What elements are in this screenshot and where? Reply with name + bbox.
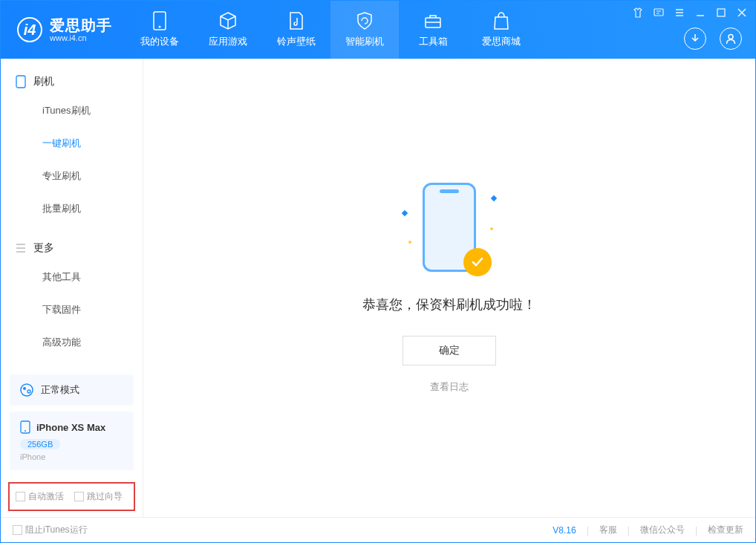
brand-url: www.i4.cn: [50, 33, 112, 42]
nav-ringtones[interactable]: 铃声壁纸: [262, 1, 330, 59]
brand-name: 爱思助手: [50, 17, 112, 33]
svg-point-7: [21, 384, 33, 396]
nav-toolbox[interactable]: 工具箱: [399, 1, 467, 59]
maximize-icon[interactable]: [715, 7, 727, 19]
music-file-icon: [287, 11, 306, 30]
sidebar-item-pro[interactable]: 专业刷机: [1, 160, 143, 192]
bag-icon: [492, 11, 511, 30]
shield-refresh-icon: [355, 11, 374, 30]
svg-point-11: [25, 430, 26, 432]
toolbox-icon: [423, 11, 443, 30]
app-window: i4 爱思助手 www.i4.cn 我的设备 应用游戏 铃声壁纸 智能刷机: [0, 0, 756, 543]
checkbox-skip-guide[interactable]: 跳过向导: [74, 490, 123, 503]
dot-icon: [408, 241, 411, 244]
check-badge-icon: [463, 248, 492, 276]
mode-box[interactable]: 正常模式: [10, 374, 134, 406]
support-link[interactable]: 客服: [599, 524, 617, 536]
header: i4 爱思助手 www.i4.cn 我的设备 应用游戏 铃声壁纸 智能刷机: [1, 1, 755, 59]
sidebar-item-batch[interactable]: 批量刷机: [1, 192, 143, 225]
wechat-link[interactable]: 微信公众号: [640, 524, 685, 536]
svg-point-9: [27, 390, 30, 393]
svg-point-8: [23, 387, 26, 390]
nav-label: 智能刷机: [345, 35, 384, 48]
list-icon: [16, 243, 26, 253]
device-type: iPhone: [20, 452, 123, 461]
window-controls: [632, 7, 748, 19]
sparkle-icon: [402, 209, 408, 215]
nav-label: 爱思商城: [482, 35, 521, 48]
minimize-icon[interactable]: [694, 7, 706, 19]
svg-point-5: [729, 35, 733, 39]
nav-store[interactable]: 爱思商城: [467, 1, 535, 59]
svg-rect-4: [717, 9, 725, 16]
success-message: 恭喜您，保资料刷机成功啦！: [362, 296, 536, 313]
section-label: 刷机: [33, 75, 54, 88]
nav-label: 工具箱: [419, 35, 448, 48]
header-actions: [684, 27, 742, 50]
svg-rect-6: [16, 76, 25, 88]
cube-icon: [218, 11, 238, 30]
sidebar-item-download-fw[interactable]: 下载固件: [1, 293, 143, 326]
sidebar-section-flash: 刷机: [1, 69, 143, 94]
sparkle-icon: [491, 195, 497, 201]
mode-icon: [20, 383, 33, 397]
feedback-icon[interactable]: [653, 7, 665, 19]
nav-label: 我的设备: [140, 35, 179, 48]
sidebar-item-oneclick[interactable]: 一键刷机: [1, 127, 143, 160]
options-highlighted: 自动激活 跳过向导: [8, 482, 135, 511]
logo-icon: i4: [17, 17, 42, 42]
phone-outline-icon: [16, 75, 26, 88]
nav-label: 应用游戏: [209, 35, 247, 48]
top-nav: 我的设备 应用游戏 铃声壁纸 智能刷机 工具箱 爱思商城: [126, 1, 535, 59]
device-capacity: 256GB: [20, 439, 60, 449]
shirt-icon[interactable]: [632, 7, 644, 19]
svg-rect-3: [654, 9, 663, 16]
mode-label: 正常模式: [41, 383, 79, 397]
main-content: 恭喜您，保资料刷机成功啦！ 确定 查看日志: [143, 59, 755, 517]
section-label: 更多: [33, 241, 54, 255]
phone-icon: [150, 11, 169, 30]
sidebar-item-advanced[interactable]: 高级功能: [1, 326, 143, 359]
close-icon[interactable]: [736, 7, 748, 19]
device-name-text: iPhone XS Max: [36, 422, 105, 433]
nav-apps-games[interactable]: 应用游戏: [194, 1, 262, 59]
body: 刷机 iTunes刷机 一键刷机 专业刷机 批量刷机 更多 其他工具 下载固件 …: [1, 59, 755, 517]
device-box[interactable]: iPhone XS Max 256GB iPhone: [10, 412, 134, 470]
user-button[interactable]: [720, 27, 742, 50]
svg-point-1: [159, 26, 161, 28]
dot-icon: [490, 227, 493, 230]
ok-button[interactable]: 确定: [403, 336, 496, 365]
check-update-link[interactable]: 检查更新: [708, 524, 743, 536]
footer: 阻止iTunes运行 V8.16 | 客服 | 微信公众号 | 检查更新: [1, 517, 755, 542]
nav-label: 铃声壁纸: [277, 35, 316, 48]
version-text: V8.16: [553, 525, 576, 536]
view-log-link[interactable]: 查看日志: [430, 380, 469, 394]
device-icon: [20, 420, 30, 434]
logo: i4 爱思助手 www.i4.cn: [1, 17, 126, 42]
sidebar-section-more: 更多: [1, 235, 143, 261]
checkbox-block-itunes[interactable]: 阻止iTunes运行: [13, 524, 88, 536]
checkbox-auto-activate[interactable]: 自动激活: [16, 490, 64, 503]
menu-icon[interactable]: [674, 7, 685, 19]
sidebar: 刷机 iTunes刷机 一键刷机 专业刷机 批量刷机 更多 其他工具 下载固件 …: [1, 59, 143, 517]
sidebar-item-other-tools[interactable]: 其他工具: [1, 261, 143, 293]
download-button[interactable]: [684, 27, 706, 50]
sidebar-item-itunes[interactable]: iTunes刷机: [1, 94, 143, 127]
nav-my-device[interactable]: 我的设备: [126, 1, 194, 59]
nav-smart-flash[interactable]: 智能刷机: [330, 1, 399, 59]
success-illustration: [386, 183, 512, 279]
